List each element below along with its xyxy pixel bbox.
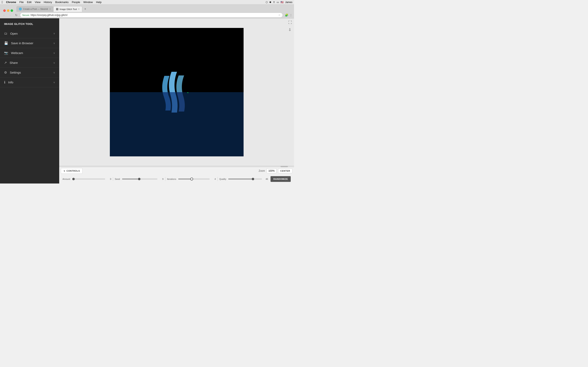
sidebar-item-webcam[interactable]: 📷 Webcam ∨ [0, 48, 59, 58]
sidebar: IMAGE GLITCH TOOL 🗂 Open ∨ 💾 Save in Bro… [0, 18, 59, 184]
sidebar-item-open[interactable]: 🗂 Open ∨ [0, 29, 59, 38]
menu-people[interactable]: People [72, 1, 80, 4]
amount-track[interactable] [72, 179, 105, 179]
sidebar-item-info[interactable]: ℹ Info ∨ [0, 77, 59, 87]
sidebar-item-share[interactable]: ↗ Share ∨ [0, 58, 59, 68]
center-button[interactable]: CENTER [278, 168, 292, 173]
more-icon[interactable]: ⋮ [290, 13, 292, 17]
browser-chrome: 🌐 Create a Post — Steemit ✕ 🖼 Image Glit… [0, 4, 294, 18]
tab-steemit[interactable]: 🌐 Create a Post — Steemit ✕ [16, 6, 53, 12]
amount-label: Amount [62, 178, 70, 180]
forward-button[interactable]: → [8, 13, 13, 17]
open-icon: 🗂 [4, 32, 7, 35]
divider-1 [113, 177, 113, 181]
tab-favicon-glitch: 🖼 [56, 8, 58, 11]
tab-bar: 🌐 Create a Post — Steemit ✕ 🖼 Image Glit… [0, 4, 294, 12]
sidebar-item-settings[interactable]: ⚙ Settings ∨ [0, 68, 59, 77]
chevron-info-icon: ∨ [53, 81, 55, 84]
quality-slider-group: Quality 46 [219, 178, 268, 180]
wifi-icon: ⇮ [273, 1, 275, 4]
steemit-logo [152, 64, 201, 121]
seed-fill [122, 179, 138, 179]
tab-label-glitch: Image Glitch Tool [60, 8, 77, 10]
iterations-slider-group: Iterations 4 [167, 178, 216, 180]
app-name[interactable]: Chrome [6, 1, 16, 4]
secure-indicator: Secure [22, 14, 29, 16]
scroll-thumb [281, 166, 288, 167]
menu-help[interactable]: Help [96, 1, 102, 4]
close-button[interactable] [3, 9, 6, 12]
download-icon[interactable]: ⇩ [288, 27, 292, 32]
menu-window[interactable]: Window [83, 1, 93, 4]
sliders-row: Amount 0 Seed 9 [59, 175, 294, 184]
back-button[interactable]: ← [2, 13, 7, 17]
amount-slider-group: Amount 0 [62, 178, 111, 180]
menu-bar:  Chrome File Edit View History Bookmark… [0, 0, 294, 4]
address-url: https://snorpey.github.io/jpg-glitch/ [31, 14, 68, 17]
chevron-controls-icon: ∨ [63, 170, 65, 172]
reload-button[interactable]: ↻ [14, 13, 19, 17]
menu-view[interactable]: View [35, 1, 40, 4]
dropbox-icon: ⬡ [266, 1, 268, 4]
flag-icon: 🇺🇸 [281, 1, 284, 4]
controls-label: CONTROLS [67, 170, 80, 172]
randomize-button[interactable]: RANDOMIZE [270, 176, 291, 182]
iterations-thumb[interactable] [190, 178, 193, 180]
menu-history[interactable]: History [44, 1, 52, 4]
new-tab-button[interactable]: + [82, 6, 88, 12]
seed-track[interactable] [122, 179, 157, 179]
quality-track[interactable] [228, 179, 262, 179]
info-icon: ℹ [4, 80, 5, 84]
sidebar-label-save: Save in Browser [11, 42, 33, 45]
minimize-button[interactable] [7, 9, 9, 12]
tab-favicon-steemit: 🌐 [19, 8, 22, 10]
address-bar-actions: ☆ [278, 14, 281, 17]
tab-glitch[interactable]: 🖼 Image Glitch Tool ✕ [53, 6, 82, 12]
sidebar-title: IMAGE GLITCH TOOL [0, 18, 59, 29]
chevron-webcam-icon: ∨ [53, 52, 55, 54]
clock: James [285, 1, 292, 4]
chevron-save-icon: ∨ [53, 42, 55, 45]
zoom-input[interactable] [267, 168, 277, 173]
bluetooth-icon: ✱ [269, 1, 271, 4]
chevron-share-icon: ∨ [53, 61, 55, 64]
horizontal-scrollbar[interactable] [59, 166, 294, 167]
sidebar-label-webcam: Webcam [11, 51, 23, 55]
iterations-fill [178, 179, 191, 179]
address-bar-row: ← → ↻ Secure https://snorpey.github.io/j… [0, 12, 294, 18]
maximize-button[interactable] [11, 9, 13, 12]
address-bar[interactable]: Secure https://snorpey.github.io/jpg-gli… [20, 13, 283, 17]
quality-thumb[interactable] [252, 178, 254, 180]
fullscreen-icon[interactable]: ⛶ [288, 20, 292, 25]
sidebar-label-info: Info [8, 81, 13, 84]
extensions-icon[interactable]: 🧩 [285, 13, 288, 17]
apple-menu[interactable]:  [2, 0, 3, 4]
seed-label: Seed [115, 178, 120, 180]
iterations-track[interactable] [178, 179, 210, 179]
controls-header: ∨ CONTROLS Zoom CENTER [59, 167, 294, 175]
iterations-value: 4 [212, 178, 216, 180]
controls-bar: ∨ CONTROLS Zoom CENTER Amount [59, 166, 294, 184]
sidebar-label-share: Share [9, 61, 18, 64]
quality-value: 46 [264, 178, 268, 180]
sidebar-label-open: Open [10, 32, 18, 35]
system-icons: ⬡ ✱ ⇮ ▭ 🇺🇸 James [266, 1, 292, 4]
seed-thumb[interactable] [138, 178, 140, 180]
tab-close-steemit[interactable]: ✕ [49, 8, 51, 10]
bookmark-star-icon[interactable]: ☆ [278, 14, 281, 17]
canvas-container [110, 28, 243, 156]
amount-value: 0 [107, 178, 111, 180]
amount-thumb[interactable] [72, 178, 75, 180]
tab-close-glitch[interactable]: ✕ [78, 8, 80, 10]
content-area: ⛶ ⇩ [59, 18, 294, 184]
menu-edit[interactable]: Edit [27, 1, 31, 4]
settings-icon: ⚙ [4, 71, 7, 75]
iterations-label: Iterations [167, 178, 176, 180]
menu-bookmarks[interactable]: Bookmarks [55, 1, 69, 4]
controls-toggle[interactable]: ∨ CONTROLS [61, 168, 82, 174]
menu-file[interactable]: File [19, 1, 24, 4]
sidebar-item-save[interactable]: 💾 Save in Browser ∨ [0, 38, 59, 48]
sidebar-label-settings: Settings [10, 71, 21, 74]
divider-2 [165, 177, 165, 181]
svg-point-2 [187, 92, 189, 93]
